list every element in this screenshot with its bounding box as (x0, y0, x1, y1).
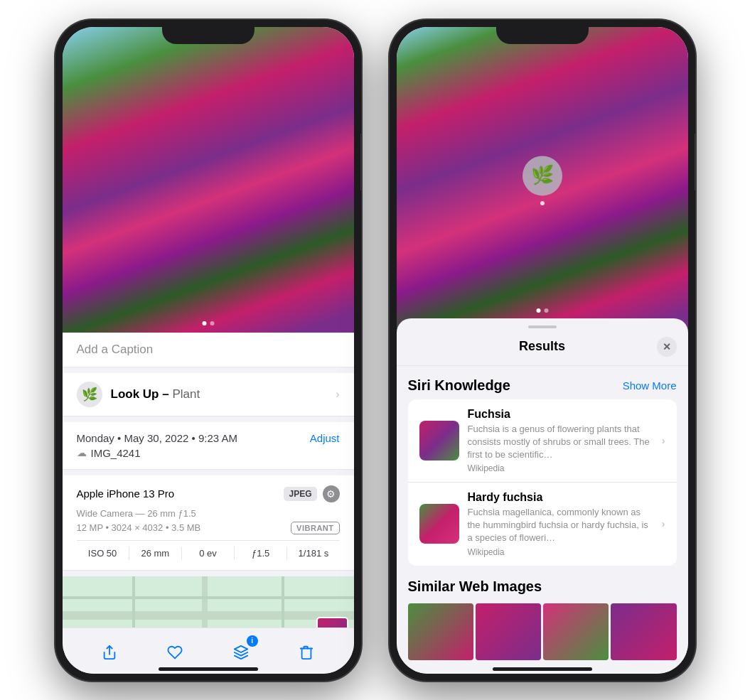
show-more-button[interactable]: Show More (623, 379, 677, 392)
hardy-name: Hardy fuchsia (468, 491, 653, 504)
hardy-text: Hardy fuchsia Fuchsia magellanica, commo… (468, 491, 653, 557)
similar-image-2[interactable] (476, 603, 541, 660)
info-button[interactable]: i (225, 637, 257, 668)
leaf-icon: 🌿 (77, 382, 102, 407)
chevron-right-icon: › (662, 435, 665, 446)
fuchsia-text: Fuchsia Fuchsia is a genus of flowering … (468, 408, 653, 474)
similar-image-4[interactable] (611, 603, 676, 660)
svg-rect-0 (63, 576, 354, 628)
left-screen: Add a Caption 🌿 Look Up – Plant › Monday… (63, 27, 354, 674)
results-panel: Results ✕ Siri Knowledge Show More (397, 318, 688, 674)
vibrant-badge: VIBRANT (291, 522, 339, 534)
hardy-source: Wikipedia (468, 547, 653, 557)
exif-aperture: ƒ1.5 (235, 546, 287, 560)
device-name: Apple iPhone 13 Pro (77, 488, 175, 500)
caption-placeholder[interactable]: Add a Caption (77, 343, 154, 356)
results-header: Results ✕ (397, 334, 688, 366)
fuchsia-thumbnail (419, 421, 459, 461)
siri-knowledge-title: Siri Knowledge (408, 377, 510, 394)
date-section: Monday • May 30, 2022 • 9:23 AM Adjust ☁… (63, 422, 354, 470)
exif-iso: ISO 50 (77, 546, 129, 560)
cloud-icon: ☁ (77, 447, 87, 458)
gear-icon: ⚙ (323, 485, 340, 502)
flower-photo-right: 🌿 (397, 27, 688, 333)
share-button[interactable] (94, 637, 125, 668)
format-badge: JPEG (284, 487, 316, 501)
exif-row: ISO 50 26 mm 0 ev ƒ1.5 1/181 s (77, 540, 340, 560)
device-section: Apple iPhone 13 Pro JPEG ⚙ Wide Camera —… (63, 475, 354, 571)
exif-ev: 0 ev (182, 546, 235, 560)
fuchsia-source: Wikipedia (468, 463, 653, 473)
info-badge: i (247, 635, 258, 647)
caption-area[interactable]: Add a Caption (63, 333, 354, 367)
knowledge-item-hardy[interactable]: Hardy fuchsia Fuchsia magellanica, commo… (408, 483, 677, 566)
map-thumbnail[interactable] (63, 576, 354, 628)
flower-photo-left[interactable] (63, 27, 354, 333)
close-button[interactable]: ✕ (657, 337, 677, 357)
lookup-label: Look Up – Plant (111, 387, 200, 402)
similar-image-3[interactable] (543, 603, 609, 660)
hardy-description: Fuchsia magellanica, commonly known as t… (468, 506, 653, 545)
home-indicator-right (493, 667, 592, 671)
knowledge-item-fuchsia[interactable]: Fuchsia Fuchsia is a genus of flowering … (408, 399, 677, 483)
lookup-row[interactable]: 🌿 Look Up – Plant › (63, 373, 354, 416)
fuchsia-name: Fuchsia (468, 408, 653, 421)
fuchsia-description: Fuchsia is a genus of flowering plants t… (468, 423, 653, 462)
right-screen: 🌿 Results ✕ Siri Knowledge Show (397, 27, 688, 674)
similar-web-section: Similar Web Images (397, 567, 688, 666)
siri-button[interactable]: 🌿 (523, 156, 562, 195)
similar-image-grid (408, 603, 677, 660)
dot-indicator (544, 308, 548, 313)
favorite-button[interactable] (159, 637, 191, 668)
map-photo-overlay (316, 617, 348, 628)
dot-indicator (202, 321, 206, 325)
dot-indicator (210, 321, 214, 325)
similar-web-title: Similar Web Images (408, 578, 677, 595)
hardy-thumbnail (419, 504, 459, 544)
siri-knowledge-header: Siri Knowledge Show More (397, 366, 688, 399)
photo-info-section: Add a Caption 🌿 Look Up – Plant › Monday… (63, 333, 354, 628)
right-phone: 🌿 Results ✕ Siri Knowledge Show (390, 20, 695, 681)
chevron-right-icon: › (662, 518, 665, 529)
home-indicator-left (159, 667, 258, 671)
knowledge-card: Fuchsia Fuchsia is a genus of flowering … (408, 399, 677, 566)
camera-specs: Wide Camera — 26 mm ƒ1.5 (77, 508, 340, 519)
exif-shutter: 1/181 s (287, 546, 339, 560)
exif-focal: 26 mm (129, 546, 182, 560)
delete-button[interactable] (291, 637, 322, 668)
dot-indicator (536, 308, 540, 313)
left-phone: Add a Caption 🌿 Look Up – Plant › Monday… (55, 20, 361, 681)
date-text: Monday • May 30, 2022 • 9:23 AM (77, 432, 237, 444)
panel-handle (528, 325, 557, 328)
results-title: Results (428, 339, 657, 354)
siri-dot (540, 201, 545, 205)
similar-image-1[interactable] (408, 603, 473, 660)
adjust-button[interactable]: Adjust (310, 432, 340, 444)
mp-text: 12 MP • 3024 × 4032 • 3.5 MB (77, 522, 201, 533)
filename-text: IMG_4241 (91, 447, 141, 459)
chevron-right-icon: › (336, 388, 339, 401)
